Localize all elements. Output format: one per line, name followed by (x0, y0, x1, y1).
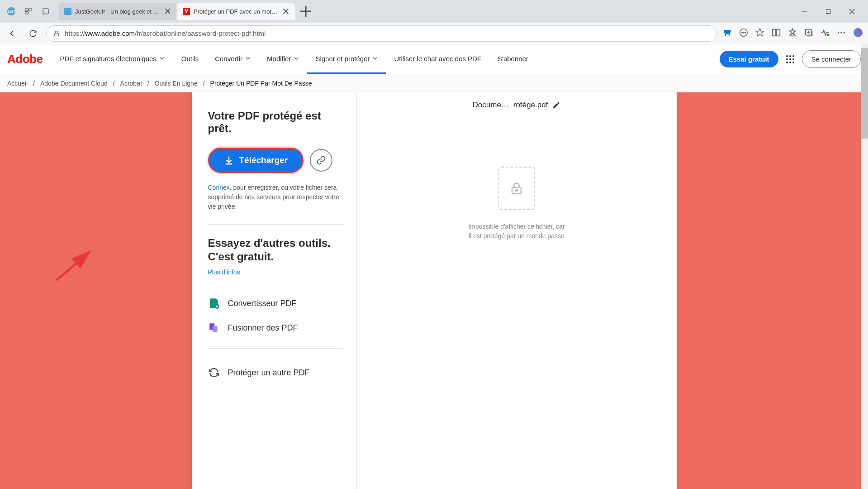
refresh-button[interactable] (25, 26, 41, 41)
shopping-icon[interactable] (722, 28, 732, 39)
main-nav: PDF et signatures électroniques Outils C… (52, 44, 536, 74)
close-window-button[interactable] (843, 4, 861, 19)
adobe-logo[interactable]: Adobe (7, 52, 43, 66)
new-tab-button[interactable] (299, 4, 313, 19)
divider (208, 348, 343, 349)
window-controls (796, 4, 864, 19)
breadcrumb-item[interactable]: Outils En Ligne (155, 80, 198, 87)
divider (208, 224, 343, 225)
refresh-icon (208, 367, 220, 379)
svg-rect-13 (773, 29, 776, 36)
download-button[interactable]: Télécharger (208, 148, 304, 173)
more-info-icon[interactable] (739, 28, 749, 39)
scrollbar-thumb[interactable] (861, 48, 868, 139)
svg-point-26 (792, 58, 794, 60)
nav-convertir[interactable]: Convertir (207, 44, 259, 74)
svg-point-16 (827, 34, 830, 36)
svg-point-24 (786, 58, 788, 60)
lock-icon (509, 181, 524, 196)
split-screen-icon[interactable] (771, 28, 781, 39)
left-panel: Votre PDF protégé est prêt. Télécharger … (192, 92, 357, 489)
apps-grid-icon[interactable] (785, 54, 796, 65)
breadcrumb-item[interactable]: Adobe Document Cloud (40, 80, 108, 87)
close-icon[interactable] (164, 8, 171, 15)
svg-point-23 (792, 55, 794, 57)
back-button[interactable] (5, 26, 20, 41)
tool-convertisseur[interactable]: Convertisseur PDF (208, 291, 343, 316)
edit-icon[interactable] (552, 101, 560, 109)
chevron-down-icon (372, 56, 378, 61)
svg-rect-7 (826, 10, 830, 14)
tab-adobe[interactable]: Protéger un PDF avec un mot de (177, 3, 295, 20)
svg-point-27 (786, 62, 788, 63)
profile-icon[interactable]: JUST (4, 4, 19, 19)
tab-actions-icon[interactable] (38, 4, 53, 19)
svg-text:JUST: JUST (7, 10, 15, 13)
preview-message: Impossible d'afficher ce fichier, car il… (467, 222, 566, 241)
nav-chat-pdf[interactable]: Utiliser le chat avec des PDF (386, 44, 489, 74)
tool-fusionner[interactable]: Fusionner des PDF (208, 316, 343, 340)
pdf-merge-icon (208, 322, 220, 334)
nav-modifier[interactable]: Modifier (259, 44, 307, 74)
tool-label: Fusionner des PDF (228, 323, 298, 333)
svg-point-19 (844, 32, 845, 33)
page-scrollbar[interactable] (861, 44, 868, 489)
address-bar-row: https://www.adobe.com/fr/acrobat/online/… (0, 23, 868, 44)
tabs: JustGeek.fr - Un blog geek et high Proté… (59, 3, 794, 20)
lock-icon (53, 30, 60, 37)
svg-point-28 (789, 62, 791, 63)
preview-panel: Docume… rotégé.pdf Impossible d'afficher… (357, 92, 677, 489)
nav-signer-proteger[interactable]: Signer et protéger (307, 44, 386, 74)
filename-part: Docume… (473, 101, 509, 110)
login-link[interactable]: Connex. (208, 184, 232, 191)
filename-part: rotégé.pdf (513, 101, 548, 110)
svg-point-12 (745, 32, 746, 33)
site-header: Adobe PDF et signatures électroniques Ou… (0, 44, 868, 74)
subtitle: Essayez d'autres outils. C'est gratuit. (208, 236, 343, 264)
favicon-icon (64, 8, 71, 15)
breadcrumb-item[interactable]: Acrobat (120, 80, 142, 87)
collections-icon[interactable] (804, 28, 814, 39)
info-text: Connex. pour enregistrer, ou votre fichi… (208, 183, 343, 211)
favorite-icon[interactable] (755, 28, 765, 39)
favorites-bar-icon[interactable] (787, 28, 797, 39)
nav-pdf-signatures[interactable]: PDF et signatures électroniques (52, 44, 172, 74)
protect-another-button[interactable]: Protéger un autre PDF (208, 360, 343, 385)
svg-rect-6 (64, 8, 71, 15)
svg-point-34 (516, 189, 517, 191)
maximize-button[interactable] (819, 4, 837, 19)
login-button[interactable]: Se connecter (802, 50, 861, 68)
menu-icon[interactable] (836, 28, 846, 39)
filename-row[interactable]: Docume… rotégé.pdf (468, 98, 565, 112)
main-area: Votre PDF protégé est prêt. Télécharger … (0, 92, 868, 489)
trial-button[interactable]: Essai gratuit (720, 51, 778, 67)
chevron-down-icon (294, 56, 299, 61)
svg-point-10 (741, 32, 742, 33)
download-icon (224, 155, 234, 165)
svg-rect-14 (777, 29, 780, 36)
svg-rect-4 (25, 12, 28, 14)
breadcrumb: Accueil/ Adobe Document Cloud/ Acrobat/ … (0, 74, 868, 92)
svg-point-21 (786, 55, 788, 57)
breadcrumb-item[interactable]: Accueil (7, 80, 28, 87)
svg-point-17 (838, 32, 839, 33)
share-link-button[interactable] (310, 149, 332, 172)
nav-abonner[interactable]: S'abonner (489, 44, 536, 74)
nav-outils[interactable]: Outils (173, 44, 207, 74)
workspaces-icon[interactable] (21, 4, 36, 19)
panel-title: Votre PDF protégé est prêt. (208, 110, 343, 135)
tab-title: Protéger un PDF avec un mot de (194, 8, 279, 15)
chevron-down-icon (159, 56, 165, 61)
copilot-icon[interactable] (853, 27, 863, 40)
svg-point-18 (840, 32, 842, 33)
again-label: Protéger un autre PDF (228, 368, 310, 378)
wellness-icon[interactable] (820, 28, 830, 39)
link-icon (316, 155, 326, 165)
tab-justgeek[interactable]: JustGeek.fr - Un blog geek et high (59, 3, 176, 20)
url-bar[interactable]: https://www.adobe.com/fr/acrobat/online/… (46, 25, 717, 42)
close-icon[interactable] (282, 8, 289, 15)
favicon-icon (183, 8, 190, 15)
download-label: Télécharger (239, 155, 288, 165)
minimize-button[interactable] (796, 4, 814, 19)
more-info-link[interactable]: Plus d'infos (208, 268, 240, 276)
